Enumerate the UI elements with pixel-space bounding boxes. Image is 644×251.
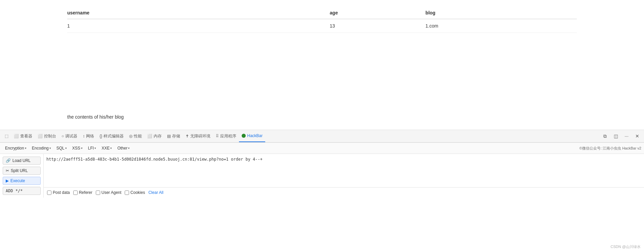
- encryption-menu[interactable]: Encryption ▾: [3, 144, 29, 152]
- tab-network[interactable]: ↕ 网络: [80, 130, 97, 142]
- post-data-label: Post data: [53, 190, 70, 195]
- referer-checkbox-label[interactable]: Referer: [73, 190, 92, 195]
- xss-label: XSS: [72, 146, 80, 151]
- viewer-label: 查看器: [20, 133, 32, 139]
- blog-text: the contents of his/her blog: [0, 104, 644, 130]
- table-row: 1 13 1.com: [67, 19, 577, 33]
- sql-arrow-icon: ▾: [65, 147, 67, 150]
- tab-console[interactable]: ⬜ 控制台: [35, 130, 59, 142]
- tab-performance[interactable]: ◎ 性能: [126, 130, 145, 142]
- sql-menu[interactable]: SQL ▾: [54, 144, 69, 152]
- data-table: username age blog 1 13 1.com: [67, 7, 577, 33]
- load-url-icon: 🔗: [6, 158, 11, 163]
- hackbar-right: Post data Referer User Agent Cookies Cle…: [44, 154, 644, 198]
- debugger-icon: ○: [62, 134, 64, 138]
- referer-checkbox[interactable]: [73, 191, 78, 195]
- memory-label: 内存: [154, 133, 162, 139]
- cookies-checkbox-label[interactable]: Cookies: [125, 190, 145, 195]
- hackbar-dot-icon: [242, 134, 246, 138]
- network-icon: ↕: [83, 134, 85, 138]
- execute-label: Execute: [10, 178, 25, 183]
- hackbar-label: HackBar: [247, 133, 263, 138]
- performance-icon: ◎: [129, 134, 132, 138]
- dock-bottom-button[interactable]: ◫: [611, 131, 620, 141]
- load-url-button[interactable]: 🔗 Load URL: [3, 157, 41, 165]
- user-agent-checkbox[interactable]: [96, 191, 100, 195]
- tab-accessibility[interactable]: ✝ 无障碍环境: [183, 130, 213, 142]
- hackbar-bottom: Post data Referer User Agent Cookies Cle…: [44, 187, 644, 198]
- cookies-label: Cookies: [130, 190, 145, 195]
- dock-side-button[interactable]: ⧉: [600, 131, 610, 141]
- cell-username: 1: [67, 19, 330, 33]
- post-data-checkbox[interactable]: [47, 191, 51, 195]
- url-input[interactable]: [44, 154, 644, 187]
- tab-viewer[interactable]: ⬜ 查看器: [11, 130, 35, 142]
- encryption-arrow-icon: ▾: [25, 147, 27, 150]
- close-devtools-button[interactable]: ✕: [633, 131, 642, 141]
- tab-memory[interactable]: ⬜ 内存: [145, 130, 164, 142]
- other-menu[interactable]: Other ▾: [115, 144, 132, 152]
- user-agent-label: User Agent: [102, 190, 121, 195]
- application-icon: ⠿: [216, 134, 219, 138]
- viewer-icon: ⬜: [14, 134, 19, 138]
- console-icon: ⬜: [38, 134, 43, 138]
- console-label: 控制台: [44, 133, 56, 139]
- tab-storage[interactable]: ▤ 存储: [164, 130, 183, 142]
- execute-icon: ▶: [6, 178, 9, 183]
- other-label: Other: [117, 146, 127, 151]
- style-editor-label: 样式编辑器: [104, 133, 124, 139]
- post-data-checkbox-label[interactable]: Post data: [47, 190, 70, 195]
- load-url-label: Load URL: [12, 158, 31, 163]
- split-url-button[interactable]: ✂ Split URL: [3, 167, 41, 175]
- clear-all-button[interactable]: Clear All: [148, 190, 163, 195]
- table-area: username age blog 1 13 1.com: [67, 0, 577, 33]
- copyright-text: ©微信公众号: 江南小虫虫 HackBar v2: [579, 146, 641, 151]
- xss-menu[interactable]: XSS ▾: [70, 144, 85, 152]
- user-agent-checkbox-label[interactable]: User Agent: [96, 190, 121, 195]
- col-age: age: [330, 7, 426, 19]
- col-username: username: [67, 7, 330, 19]
- add-button[interactable]: ADD */*: [3, 187, 41, 195]
- xxe-menu[interactable]: XXE ▾: [99, 144, 114, 152]
- style-editor-icon: {}: [99, 134, 102, 138]
- execute-button[interactable]: ▶ Execute: [3, 177, 41, 185]
- storage-label: 存储: [172, 133, 180, 139]
- encoding-arrow-icon: ▾: [49, 147, 51, 150]
- debugger-label: 调试器: [65, 133, 77, 139]
- xxe-arrow-icon: ▾: [110, 147, 112, 150]
- lfi-menu[interactable]: LFI ▾: [86, 144, 98, 152]
- network-label: 网络: [86, 133, 94, 139]
- accessibility-icon: ✝: [186, 134, 189, 138]
- tab-debugger[interactable]: ○ 调试器: [59, 130, 80, 142]
- encoding-label: Encoding: [32, 146, 49, 151]
- lfi-label: LFI: [88, 146, 94, 151]
- add-label: ADD */*: [6, 189, 23, 193]
- tab-hackbar[interactable]: HackBar: [239, 130, 265, 142]
- lfi-arrow-icon: ▾: [94, 147, 96, 150]
- other-arrow-icon: ▾: [128, 147, 130, 150]
- referer-label: Referer: [79, 190, 92, 195]
- cookies-checkbox[interactable]: [125, 191, 129, 195]
- split-url-label: Split URL: [11, 168, 28, 173]
- encryption-label: Encryption: [5, 146, 24, 151]
- split-url-icon: ✂: [6, 168, 9, 173]
- hackbar-toolbar: Encryption ▾ Encoding ▾ SQL ▾ XSS ▾ LFI …: [0, 143, 644, 154]
- xss-arrow-icon: ▾: [81, 147, 83, 150]
- application-label: 应用程序: [220, 133, 236, 139]
- hackbar-area: Encryption ▾ Encoding ▾ SQL ▾ XSS ▾ LFI …: [0, 142, 644, 198]
- tab-style-editor[interactable]: {} 样式编辑器: [97, 130, 126, 142]
- more-options-button[interactable]: ···: [622, 131, 631, 141]
- inspector-icon: ⬚: [5, 134, 8, 138]
- devtools-bar: ⬚ ⬜ 查看器 ⬜ 控制台 ○ 调试器 ↕ 网络 {} 样式编辑器 ◎ 性能 ⬜…: [0, 130, 644, 142]
- hackbar-main: 🔗 Load URL ✂ Split URL ▶ Execute ADD */*…: [0, 154, 644, 198]
- cell-age: 13: [330, 19, 426, 33]
- encoding-menu[interactable]: Encoding ▾: [30, 144, 53, 152]
- devtools-right-controls: ⧉ ◫ ··· ✕: [600, 131, 642, 141]
- col-blog: blog: [426, 7, 577, 19]
- sql-label: SQL: [56, 146, 65, 151]
- hackbar-sidebar: 🔗 Load URL ✂ Split URL ▶ Execute ADD */*: [0, 154, 44, 198]
- xxe-label: XXE: [102, 146, 110, 151]
- memory-icon: ⬜: [147, 134, 152, 138]
- devtools-inspector-icon[interactable]: ⬚: [2, 130, 11, 142]
- tab-application[interactable]: ⠿ 应用程序: [213, 130, 239, 142]
